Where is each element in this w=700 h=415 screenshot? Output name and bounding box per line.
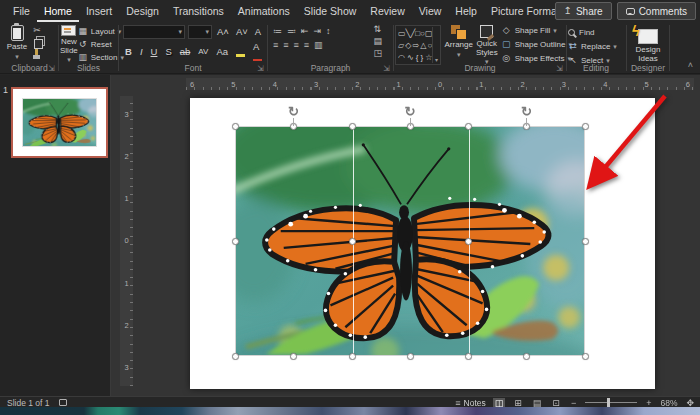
drawing-dialog-launcher[interactable]: ⇲	[556, 64, 563, 73]
normal-view-button[interactable]: ◫	[493, 398, 506, 408]
clear-formatting-button[interactable]: A	[253, 26, 263, 38]
ruler-number: 0	[438, 80, 442, 89]
text-shadow-button[interactable]: S	[163, 46, 173, 58]
character-spacing-button[interactable]: AV	[196, 46, 210, 58]
comments-button[interactable]: Comments	[617, 2, 696, 20]
group-designer: ϟ Design Ideas Designer	[628, 22, 668, 74]
drawing-group-label: Drawing	[395, 63, 565, 73]
shrink-font-button[interactable]: A˅	[234, 26, 250, 38]
change-case-button[interactable]: Aa	[214, 46, 230, 58]
text-options-button[interactable]: ◳	[373, 48, 382, 58]
accessibility-icon[interactable]	[59, 399, 67, 406]
menu-tab[interactable]: Help	[448, 0, 484, 22]
slideshow-button[interactable]: ⊡	[550, 398, 562, 408]
font-color-button[interactable]: A	[251, 42, 264, 61]
fit-to-window-button[interactable]: ✥	[684, 398, 696, 408]
shape-icon[interactable]: ◠	[398, 53, 405, 62]
shape-icon[interactable]: }	[421, 53, 424, 62]
group-drawing: ▭╲╱□○▢ ▱◇⇨△○ ◠∿{}☆ ▾ Arrange ▾ Qui	[395, 22, 565, 74]
slides-mini-icon: ↺	[78, 40, 88, 49]
menu-tab[interactable]: File	[6, 0, 37, 22]
paragraph-button[interactable]: ≔	[273, 26, 282, 36]
menu-tab[interactable]: Animations	[231, 0, 297, 22]
italic-button[interactable]: I	[138, 46, 145, 58]
paragraph-button[interactable]: ⇥	[314, 26, 322, 36]
shape-icon[interactable]: ◇	[405, 41, 411, 50]
slide-thumbnail[interactable]	[11, 87, 108, 158]
ruler-number: 0	[124, 236, 128, 245]
shape-icon[interactable]: ▢	[425, 29, 433, 38]
slide-sorter-view-button[interactable]: ⊞	[512, 398, 524, 408]
zoom-slider[interactable]	[585, 402, 637, 403]
font-name-select[interactable]: ▾	[123, 25, 185, 39]
paragraph-button[interactable]: ≕	[287, 26, 296, 36]
zoom-percent[interactable]: 68%	[660, 398, 677, 408]
font-dialog-launcher[interactable]: ⇲	[257, 64, 264, 73]
font-size-select[interactable]: ▾	[188, 25, 212, 39]
ruler-number: 1	[397, 80, 401, 89]
text-options-button[interactable]: ▤	[373, 36, 382, 46]
strikethrough-button[interactable]: ab	[178, 46, 193, 58]
shapes-gallery[interactable]: ▭╲╱□○▢ ▱◇⇨△○ ◠∿{}☆ ▾	[395, 25, 441, 65]
arrange-button[interactable]: Arrange ▾	[444, 22, 472, 65]
shape-outline-icon: ▢	[501, 40, 512, 49]
shape-icon[interactable]: △	[420, 41, 426, 50]
menu-tab[interactable]: Review	[363, 0, 411, 22]
shape-icon[interactable]: ☆	[425, 53, 432, 62]
quick-styles-button[interactable]: Quick Styles ▾	[476, 22, 498, 65]
zoom-in-button[interactable]: +	[644, 398, 653, 408]
replace-button[interactable]: ⇄ Replace▾	[568, 41, 624, 52]
ruler-number: 5	[644, 80, 648, 89]
underline-button[interactable]: U	[149, 46, 160, 58]
gallery-more-button[interactable]: ▾	[432, 27, 439, 63]
paste-button[interactable]: Paste ▾	[2, 22, 32, 60]
text-options-button[interactable]: ⇅	[373, 24, 382, 34]
share-icon: ↥	[564, 6, 572, 16]
shape-icon[interactable]: ▱	[398, 41, 404, 50]
menu-tab[interactable]: Design	[119, 0, 166, 22]
ruler-number: 1	[124, 194, 128, 203]
copy-button[interactable]	[34, 37, 43, 47]
menu-tab[interactable]: Slide Show	[297, 0, 364, 22]
alignment-button[interactable]: ≡	[304, 40, 309, 50]
paragraph-dialog-launcher[interactable]: ⇲	[383, 64, 390, 73]
format-painter-button[interactable]	[35, 49, 38, 55]
alignment-button[interactable]: ≡	[273, 40, 278, 50]
shape-icon[interactable]: ⇨	[413, 41, 420, 50]
find-button[interactable]: Find	[568, 27, 624, 38]
new-slide-button[interactable]: New Slide ▾	[60, 22, 78, 63]
menu-tab[interactable]: Insert	[79, 0, 119, 22]
zoom-slider-thumb[interactable]	[607, 398, 610, 407]
menu-tab[interactable]: Transitions	[166, 0, 231, 22]
editing-canvas: 6543210123456 3210123 ↻↻↻	[112, 75, 700, 396]
ruler-number: 1	[479, 80, 483, 89]
ribbon-tabs: FileHomeInsertDesignTransitionsAnimation…	[0, 0, 567, 22]
paragraph-button[interactable]: ↕	[326, 26, 331, 36]
paste-label: Paste	[7, 43, 27, 52]
share-button[interactable]: ↥ Share	[555, 2, 612, 20]
grow-font-button[interactable]: A˄	[215, 26, 231, 38]
group-slides: New Slide ▾ ▦ Layout ▾ ↺ Reset	[60, 22, 117, 74]
shape-outline-button[interactable]: ▢ Shape Outline▾	[501, 39, 572, 50]
zoom-out-button[interactable]: −	[569, 398, 578, 408]
bold-button[interactable]: B	[123, 46, 134, 58]
clipboard-dialog-launcher[interactable]: ⇲	[48, 64, 55, 73]
design-ideas-button[interactable]: ϟ Design Ideas	[628, 22, 668, 63]
alignment-button[interactable]: ≡	[294, 40, 299, 50]
shape-icon[interactable]: ▭	[398, 29, 406, 38]
menu-tab[interactable]: Home	[37, 0, 79, 22]
cut-button[interactable]: ✂	[32, 26, 42, 35]
paragraph-button[interactable]: ⇤	[301, 26, 309, 36]
desktop-strip	[0, 407, 700, 415]
alignment-button[interactable]: ≡	[283, 40, 288, 50]
butterfly-picture[interactable]	[235, 126, 585, 356]
shape-icon[interactable]: ∿	[407, 53, 414, 62]
reading-view-button[interactable]: ▤	[531, 398, 544, 408]
alignment-button[interactable]: ▥	[314, 40, 323, 50]
shape-icon[interactable]: {	[416, 53, 419, 62]
highlight-color-button[interactable]	[234, 46, 247, 58]
design-ideas-label: Design Ideas	[632, 46, 664, 63]
menu-tab[interactable]: View	[412, 0, 449, 22]
shape-fill-button[interactable]: ◇ Shape Fill▾	[501, 25, 572, 36]
collapse-ribbon-icon[interactable]: ˄	[688, 60, 693, 70]
